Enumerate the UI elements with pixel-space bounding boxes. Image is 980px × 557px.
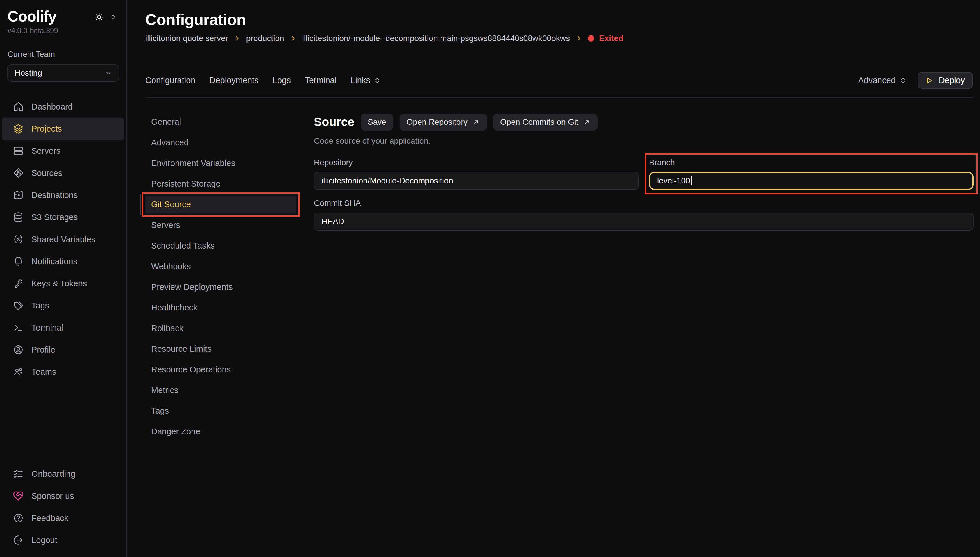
sidebar-item-onboarding[interactable]: Onboarding <box>0 463 126 485</box>
sidebar-item-shared-variables[interactable]: Shared Variables <box>0 228 126 250</box>
chevrons-up-down-icon <box>373 77 381 85</box>
text-cursor <box>691 176 692 186</box>
subnav-item-advanced[interactable]: Advanced <box>145 134 296 151</box>
commit-sha-field-group: Commit SHA HEAD <box>314 199 973 231</box>
sidebar-item-dashboard[interactable]: Dashboard <box>0 96 126 118</box>
team-select[interactable]: Hosting <box>7 64 119 82</box>
variables-icon <box>13 234 24 245</box>
status-label: Exited <box>599 34 623 43</box>
chevron-right-icon <box>233 34 241 42</box>
sidebar-nav: DashboardProjectsServersSourcesDestinati… <box>0 96 126 383</box>
list-checks-icon <box>13 468 24 479</box>
sidebar-item-label: Feedback <box>31 513 68 523</box>
subnav-item-danger-zone[interactable]: Danger Zone <box>145 423 296 440</box>
main-area: Configuration illicitonion quote serverp… <box>127 0 980 557</box>
sidebar-item-notifications[interactable]: Notifications <box>0 250 126 272</box>
sidebar-item-label: Sponsor us <box>31 491 74 501</box>
deploy-label: Deploy <box>939 76 965 85</box>
layers-icon <box>13 123 24 134</box>
arrow-up-right-icon <box>583 118 590 126</box>
status-badge: Exited <box>588 34 623 43</box>
open-repository-button[interactable]: Open Repository <box>400 114 487 130</box>
play-icon <box>925 76 933 85</box>
tab-deployments[interactable]: Deployments <box>210 76 258 85</box>
branch-input[interactable]: level-100 <box>649 172 973 190</box>
breadcrumb-item[interactable]: production <box>246 34 284 43</box>
sidebar-item-teams[interactable]: Teams <box>0 361 126 383</box>
repository-field-group: Repository illicitestonion/Module-Decomp… <box>314 158 639 190</box>
subnav-item-resource-operations[interactable]: Resource Operations <box>145 361 296 378</box>
tab-links[interactable]: Links <box>351 76 381 85</box>
subnav-item-tags[interactable]: Tags <box>145 402 296 420</box>
user-circle-icon <box>13 344 24 355</box>
tab-configuration[interactable]: Configuration <box>145 76 196 85</box>
subnav-item-git-source[interactable]: Git Source <box>145 195 296 213</box>
advanced-dropdown[interactable]: Advanced <box>858 76 907 85</box>
subnav-item-healthcheck[interactable]: Healthcheck <box>145 299 296 317</box>
breadcrumb: illicitonion quote serverproductionillic… <box>145 34 980 43</box>
subnav-item-servers[interactable]: Servers <box>145 216 296 234</box>
current-team-label: Current Team <box>0 50 126 59</box>
tab-logs[interactable]: Logs <box>273 76 291 85</box>
sidebar-item-sponsor-us[interactable]: Sponsor us <box>0 485 126 507</box>
sidebar-item-keys-tokens[interactable]: Keys & Tokens <box>0 272 126 295</box>
subnav-item-metrics[interactable]: Metrics <box>145 381 296 399</box>
sidebar-collapse-chevrons-icon[interactable] <box>109 13 117 21</box>
heart-handshake-icon <box>13 490 24 502</box>
subnav-item-webhooks[interactable]: Webhooks <box>145 257 296 275</box>
save-button[interactable]: Save <box>361 114 393 130</box>
subnav-item-scheduled-tasks[interactable]: Scheduled Tasks <box>145 237 296 255</box>
sidebar-item-projects[interactable]: Projects <box>2 118 124 140</box>
subnav-item-rollback[interactable]: Rollback <box>145 319 296 337</box>
tab-label: Deployments <box>210 76 258 85</box>
commit-sha-input[interactable]: HEAD <box>314 212 973 231</box>
help-circle-icon <box>13 513 24 524</box>
subnav-item-preview-deployments[interactable]: Preview Deployments <box>145 278 296 296</box>
sidebar-item-label: Servers <box>31 146 60 156</box>
map-icon <box>13 189 24 200</box>
sidebar-item-feedback[interactable]: Feedback <box>0 507 126 529</box>
open-commits-button[interactable]: Open Commits on Git <box>493 114 598 130</box>
chevron-right-icon <box>575 34 583 42</box>
home-icon <box>13 101 24 112</box>
sidebar-item-label: Destinations <box>31 191 78 200</box>
subnav-item-general[interactable]: General <box>145 113 296 131</box>
repository-input[interactable]: illicitestonion/Module-Decomposition <box>314 172 639 190</box>
open-repository-label: Open Repository <box>406 117 468 127</box>
repository-value: illicitestonion/Module-Decomposition <box>322 176 453 186</box>
sidebar-item-label: Onboarding <box>31 469 76 479</box>
sidebar-item-label: Shared Variables <box>31 235 95 244</box>
subnav-item-resource-limits[interactable]: Resource Limits <box>145 340 296 358</box>
chevron-right-icon <box>289 34 297 42</box>
tags-icon <box>13 300 24 311</box>
sidebar-item-s3-storages[interactable]: S3 Storages <box>0 206 126 228</box>
arrow-up-right-icon <box>472 118 480 126</box>
tab-actions: Advanced Deploy <box>858 72 973 89</box>
deploy-button[interactable]: Deploy <box>918 72 973 89</box>
page-title: Configuration <box>145 10 980 28</box>
tab-label: Logs <box>273 76 291 85</box>
breadcrumb-item[interactable]: illicitestonion/-module--decomposition:m… <box>302 34 570 43</box>
database-icon <box>13 212 24 223</box>
tab-terminal[interactable]: Terminal <box>305 76 337 85</box>
sidebar-item-servers[interactable]: Servers <box>0 140 126 162</box>
chevrons-up-down-icon <box>899 76 907 85</box>
sidebar-item-label: Logout <box>31 536 57 545</box>
tab-bar: ConfigurationDeploymentsLogsTerminalLink… <box>145 72 973 98</box>
open-commits-label: Open Commits on Git <box>500 117 579 127</box>
tab-label: Links <box>351 76 370 85</box>
tab-label: Terminal <box>305 76 337 85</box>
sidebar-item-tags[interactable]: Tags <box>0 295 126 317</box>
sidebar-item-destinations[interactable]: Destinations <box>0 184 126 206</box>
sidebar-item-terminal[interactable]: Terminal <box>0 317 126 339</box>
theme-toggle-sun-icon[interactable] <box>94 12 104 22</box>
sidebar-item-sources[interactable]: Sources <box>0 162 126 184</box>
tab-list: ConfigurationDeploymentsLogsTerminalLink… <box>145 76 381 85</box>
sidebar-item-profile[interactable]: Profile <box>0 339 126 361</box>
sidebar-item-logout[interactable]: Logout <box>0 529 126 551</box>
subnav-item-environment-variables[interactable]: Environment Variables <box>145 155 296 172</box>
subnav-item-persistent-storage[interactable]: Persistent Storage <box>145 175 296 193</box>
breadcrumb-item[interactable]: illicitonion quote server <box>145 34 228 43</box>
tab-label: Configuration <box>145 76 196 85</box>
source-header: Source Save Open Repository Open Commits… <box>314 114 973 130</box>
